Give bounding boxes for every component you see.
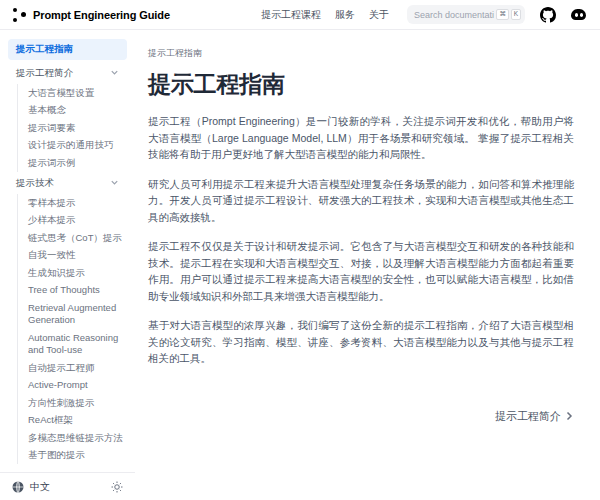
search-shortcut-k-key: K <box>511 9 521 20</box>
next-page-link[interactable]: 提示工程简介 <box>495 409 574 424</box>
globe-icon <box>12 481 24 493</box>
sidebar-footer: 中文 <box>0 472 135 500</box>
chevron-down-icon <box>110 178 119 187</box>
sidebar-item-zeroshot[interactable]: 零样本提示 <box>17 194 127 212</box>
header-nav: 提示工程课程 服务 关于 Search documentation... ⌘ K <box>261 5 587 24</box>
sidebar-item-rag[interactable]: Retrieval Augmented Generation <box>17 299 127 329</box>
sidebar-section-label: 提示工程简介 <box>16 67 73 80</box>
logo-text: Prompt Engineering Guide <box>33 9 170 21</box>
logo-icon <box>13 8 27 22</box>
sidebar-section-techniques[interactable]: 提示技术 <box>8 173 127 194</box>
main-content: 提示工程指南 提示工程指南 提示工程（Prompt Engineering）是一… <box>135 30 600 500</box>
sidebar-item-llm-settings[interactable]: 大语言模型设置 <box>17 84 127 102</box>
paragraph-2: 研究人员可利用提示工程来提升大语言模型处理复杂任务场景的能力，如问答和算术推理能… <box>148 176 574 226</box>
sidebar-item-elements[interactable]: 提示词要素 <box>17 119 127 137</box>
page-title: 提示工程指南 <box>148 69 574 100</box>
sidebar-item-knowledge[interactable]: 生成知识提示 <box>17 264 127 282</box>
sidebar-item-dsp[interactable]: 方向性刺激提示 <box>17 394 127 412</box>
paragraph-1: 提示工程（Prompt Engineering）是一门较新的学科，关注提示词开发… <box>148 113 574 163</box>
sidebar-item-ape[interactable]: 自动提示工程师 <box>17 359 127 377</box>
breadcrumb: 提示工程指南 <box>148 47 574 60</box>
discord-icon[interactable] <box>570 6 587 23</box>
search-placeholder: Search documentation... <box>414 10 494 20</box>
sidebar-item-examples[interactable]: 提示词示例 <box>17 154 127 172</box>
sidebar-item-fewshot[interactable]: 少样本提示 <box>17 212 127 230</box>
sidebar-item-tot[interactable]: Tree of Thoughts <box>17 282 127 300</box>
sidebar-item-guide-active[interactable]: 提示工程指南 <box>8 39 127 60</box>
sidebar-item-basics[interactable]: 基本概念 <box>17 102 127 120</box>
sidebar: 提示工程指南 提示工程简介 大语言模型设置 基本概念 提示词要素 设计提示的通用… <box>0 30 135 472</box>
sidebar-item-active-prompt[interactable]: Active-Prompt <box>17 377 127 395</box>
nav-link-course[interactable]: 提示工程课程 <box>261 8 321 22</box>
chevron-right-icon <box>564 411 574 421</box>
sun-icon <box>111 481 123 493</box>
sidebar-item-react[interactable]: ReAct框架 <box>17 412 127 430</box>
language-label: 中文 <box>30 480 50 494</box>
sidebar-item-graph-prompt[interactable]: 基于图的提示 <box>17 447 127 465</box>
paragraph-4: 基于对大语言模型的浓厚兴趣，我们编写了这份全新的提示工程指南，介绍了大语言模型相… <box>148 317 574 367</box>
search-input[interactable]: Search documentation... ⌘ K <box>407 5 525 24</box>
sidebar-section-label: 提示技术 <box>16 177 54 190</box>
header: Prompt Engineering Guide 提示工程课程 服务 关于 Se… <box>0 0 600 30</box>
sidebar-item-art[interactable]: Automatic Reasoning and Tool-use <box>17 329 127 359</box>
sidebar-item-cot[interactable]: 链式思考（CoT）提示 <box>17 229 127 247</box>
nav-link-services[interactable]: 服务 <box>335 8 355 22</box>
theme-toggle-button[interactable] <box>111 481 123 493</box>
chevron-down-icon <box>110 68 119 77</box>
sidebar-item-multimodal-cot[interactable]: 多模态思维链提示方法 <box>17 429 127 447</box>
pager: 提示工程简介 <box>148 409 574 424</box>
sidebar-item-consistency[interactable]: 自我一致性 <box>17 247 127 265</box>
logo[interactable]: Prompt Engineering Guide <box>13 8 170 22</box>
paragraph-3: 提示工程不仅仅是关于设计和研发提示词。它包含了与大语言模型交互和研发的各种技能和… <box>148 238 574 304</box>
nav-link-about[interactable]: 关于 <box>369 8 389 22</box>
next-page-label: 提示工程简介 <box>495 409 561 424</box>
search-shortcut-cmd-key: ⌘ <box>496 9 509 20</box>
language-selector[interactable]: 中文 <box>12 480 50 494</box>
sidebar-item-general-tips[interactable]: 设计提示的通用技巧 <box>17 137 127 155</box>
sidebar-section-intro[interactable]: 提示工程简介 <box>8 63 127 84</box>
github-icon[interactable] <box>539 6 556 23</box>
